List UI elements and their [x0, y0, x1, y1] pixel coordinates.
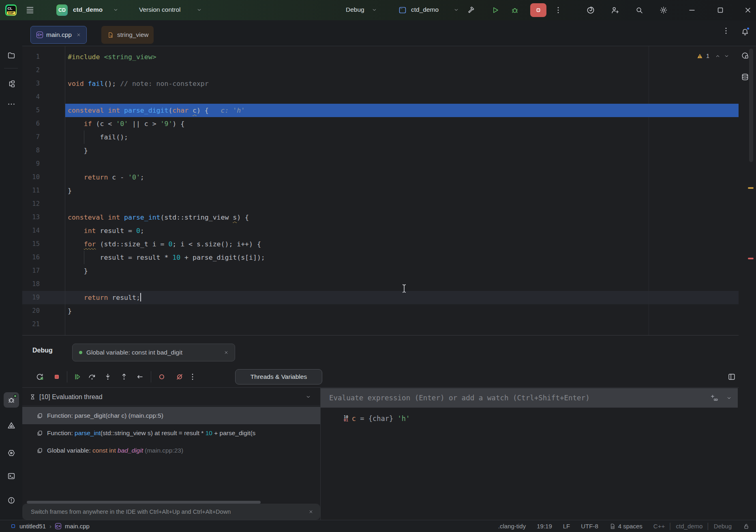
inspections-widget[interactable]: 1	[696, 50, 730, 62]
code-line-15[interactable]: 15 for (std::size_t i = 0; i < s.size();…	[22, 237, 739, 251]
code-line-14[interactable]: 14 int result = 0;	[22, 224, 739, 237]
variable-row[interactable]: 1001 c = {char} 'h'	[321, 411, 738, 426]
main-menu-button[interactable]	[23, 3, 37, 17]
project-badge[interactable]: CD	[56, 4, 68, 16]
vcs-chevron-down-icon[interactable]	[196, 7, 202, 13]
search-everywhere-button[interactable]	[632, 3, 646, 17]
unlock-icon[interactable]	[743, 523, 750, 530]
thread-selector[interactable]: [10] Evaluation thread	[22, 388, 320, 406]
build-button[interactable]	[465, 3, 478, 17]
line-number[interactable]: 17	[22, 264, 40, 278]
code-line-17[interactable]: 17 }	[22, 264, 739, 278]
line-number[interactable]: 1	[22, 50, 40, 64]
code-line-4[interactable]: 4	[22, 90, 739, 104]
breadcrumb-file[interactable]: main.cpp	[65, 523, 90, 530]
threads-variables-tab[interactable]: Threads & Variables	[235, 369, 322, 385]
line-number[interactable]: 14	[22, 224, 40, 237]
code-line-5[interactable]: 5consteval int parse_digit(char c) { c: …	[22, 104, 739, 117]
step-into-button[interactable]	[101, 370, 115, 384]
resume-button[interactable]	[70, 370, 84, 384]
line-number[interactable]: 15	[22, 237, 40, 251]
minimize-button[interactable]	[685, 3, 699, 17]
run-button[interactable]	[488, 3, 502, 17]
thread-chevron-down-icon[interactable]	[305, 394, 311, 400]
code-line-2[interactable]: 2	[22, 64, 739, 77]
line-number[interactable]: 4	[22, 90, 40, 104]
code-line-7[interactable]: 7 fail();	[22, 130, 739, 144]
line-number[interactable]: 18	[22, 278, 40, 291]
run-config-chevron-icon[interactable]	[453, 7, 459, 13]
mute-breakpoints-button[interactable]	[173, 370, 186, 384]
line-number[interactable]: 10	[22, 171, 40, 184]
problems-tool-button[interactable]	[4, 493, 19, 508]
debug-more-button[interactable]	[186, 370, 199, 384]
notifications-button[interactable]	[737, 24, 753, 40]
terminal-tool-button[interactable]	[4, 468, 19, 484]
line-number[interactable]: 3	[22, 77, 40, 90]
debug-session-tab[interactable]: Global variable: const int bad_digit	[72, 344, 235, 361]
breadcrumb-project[interactable]: untitled51	[19, 523, 46, 530]
frame-row-3[interactable]: Global variable: const int bad_digit (ma…	[22, 442, 320, 459]
ai-assistant-button[interactable]	[584, 3, 598, 17]
frame-row-1[interactable]: Function: parse_digit(char c) (main.cpp:…	[22, 407, 320, 424]
line-number[interactable]: 8	[22, 144, 40, 157]
prev-warning-chevron-icon[interactable]	[715, 53, 721, 59]
code-line-8[interactable]: 8 }	[22, 144, 739, 157]
debug-tool-button[interactable]	[4, 392, 19, 408]
stop-button[interactable]	[530, 3, 546, 17]
code-line-11[interactable]: 11}	[22, 184, 739, 197]
settings-button[interactable]	[657, 3, 670, 17]
code-with-me-button[interactable]	[608, 3, 622, 17]
close-window-button[interactable]	[741, 3, 755, 17]
code-editor[interactable]: 1#include <string_view>23void fail(); //…	[22, 46, 739, 335]
step-out-button[interactable]	[117, 370, 131, 384]
layout-settings-button[interactable]	[725, 370, 739, 384]
code-line-20[interactable]: 20}	[22, 304, 739, 318]
code-line-10[interactable]: 10 return c - '0';	[22, 171, 739, 184]
line-number[interactable]: 12	[22, 197, 40, 211]
line-number[interactable]: 21	[22, 318, 40, 331]
stop-debug-button[interactable]	[50, 370, 64, 384]
rerun-debug-button[interactable]	[33, 370, 47, 384]
line-number[interactable]: 6	[22, 117, 40, 130]
step-over-button[interactable]	[85, 370, 99, 384]
view-breakpoints-button[interactable]	[155, 370, 169, 384]
session-close-icon[interactable]	[223, 350, 229, 355]
code-line-12[interactable]: 12	[22, 197, 739, 211]
line-number[interactable]: 20	[22, 304, 40, 318]
more-tool-windows-button[interactable]	[4, 96, 19, 112]
caret-position-widget[interactable]: 19:19	[537, 523, 552, 530]
add-watch-icon[interactable]	[710, 393, 719, 402]
line-number[interactable]: 5	[22, 104, 40, 117]
line-ending-widget[interactable]: LF	[563, 523, 570, 530]
line-number[interactable]: 16	[22, 251, 40, 264]
code-line-9[interactable]: 9	[22, 157, 739, 171]
code-line-6[interactable]: 6 if (c < '0' || c > '9') {	[22, 117, 739, 130]
tab-close-icon[interactable]	[76, 32, 81, 38]
run-config-selector[interactable]: ctd_demo	[411, 6, 439, 13]
indent-widget[interactable]: CF4 spaces	[609, 523, 642, 530]
step-back-button[interactable]	[133, 370, 147, 384]
code-line-21[interactable]: 21	[22, 318, 739, 331]
code-line-18[interactable]: 18	[22, 278, 739, 291]
line-number[interactable]: 13	[22, 211, 40, 224]
build-type-selector[interactable]: Debug	[346, 6, 364, 13]
encoding-widget[interactable]: UTF-8	[581, 523, 598, 530]
evaluate-expression-field[interactable]: Evaluate expression (Enter) or add a wat…	[321, 388, 738, 408]
editor-scrollbar[interactable]	[749, 49, 753, 162]
line-number[interactable]: 9	[22, 157, 40, 171]
next-warning-chevron-icon[interactable]	[724, 53, 730, 59]
code-line-13[interactable]: 13consteval int parse_int(std::string_vi…	[22, 211, 739, 224]
line-number[interactable]: 11	[22, 184, 40, 197]
debug-button[interactable]	[508, 3, 522, 17]
structure-tool-button[interactable]	[4, 76, 19, 92]
error-stripe-mark[interactable]	[748, 258, 754, 259]
tab-string-view[interactable]: H string_view	[101, 26, 154, 44]
code-line-3[interactable]: 3void fail(); // note: non-constexpr	[22, 77, 739, 90]
evaluate-chevron-down-icon[interactable]	[726, 395, 732, 401]
project-tool-button[interactable]	[4, 47, 19, 63]
build-type-chevron-icon[interactable]	[371, 7, 377, 13]
line-number[interactable]: 19	[22, 291, 40, 304]
project-chevron-down-icon[interactable]	[113, 7, 119, 13]
tab-options-button[interactable]	[722, 26, 735, 40]
